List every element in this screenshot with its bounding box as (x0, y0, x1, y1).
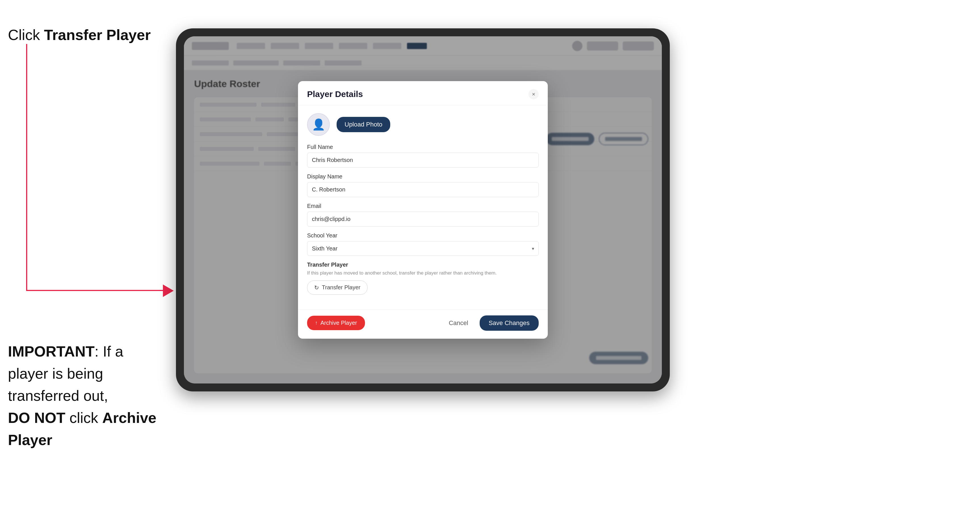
transfer-section-label: Transfer Player (307, 262, 539, 268)
footer-right: Cancel Save Changes (443, 316, 539, 331)
email-label: Email (307, 203, 539, 210)
do-not-label: DO NOT (8, 410, 65, 426)
instruction-top: Click Transfer Player (8, 25, 151, 45)
avatar-circle: 👤 (307, 113, 330, 136)
important-label: IMPORTANT (8, 343, 94, 360)
cancel-button[interactable]: Cancel (443, 316, 474, 331)
transfer-btn-label: Transfer Player (322, 284, 360, 291)
modal-header: Player Details × (298, 81, 548, 105)
annotation-arrow (163, 284, 174, 297)
annotation-horizontal-line (26, 290, 171, 291)
instruction-bold: Transfer Player (44, 27, 151, 43)
avatar-icon: 👤 (312, 118, 325, 131)
transfer-player-button[interactable]: ↻ Transfer Player (307, 281, 368, 295)
full-name-input[interactable] (307, 152, 539, 168)
avatar-section: 👤 Upload Photo (307, 113, 539, 136)
display-name-label: Display Name (307, 173, 539, 180)
full-name-group: Full Name (307, 144, 539, 168)
transfer-section-description: If this player has moved to another scho… (307, 270, 539, 276)
tablet-device: Update Roster (176, 29, 670, 391)
archive-player-button[interactable]: ↑ Archive Player (307, 316, 365, 330)
modal-footer: ↑ Archive Player Cancel Save Changes (298, 310, 548, 339)
instruction-click: click (65, 410, 102, 426)
transfer-icon: ↻ (314, 284, 319, 291)
modal-overlay: Player Details × 👤 Upload Photo Full Nam (184, 36, 662, 384)
tablet-screen: Update Roster (184, 36, 662, 384)
email-group: Email (307, 203, 539, 227)
full-name-label: Full Name (307, 144, 539, 150)
instruction-prefix: Click (8, 27, 44, 43)
school-year-select[interactable]: First Year Second Year Third Year Fourth… (307, 241, 539, 256)
archive-btn-label: Archive Player (320, 320, 357, 326)
display-name-input[interactable] (307, 182, 539, 197)
player-details-modal: Player Details × 👤 Upload Photo Full Nam (298, 81, 548, 339)
archive-icon: ↑ (315, 320, 318, 326)
modal-title: Player Details (307, 89, 363, 99)
display-name-group: Display Name (307, 173, 539, 197)
save-changes-button[interactable]: Save Changes (480, 316, 539, 331)
modal-body: 👤 Upload Photo Full Name Display Name (298, 105, 548, 310)
school-year-group: School Year First Year Second Year Third… (307, 232, 539, 256)
upload-photo-button[interactable]: Upload Photo (337, 117, 390, 132)
modal-close-button[interactable]: × (528, 89, 539, 99)
instruction-bottom: IMPORTANT: If a player is being transfer… (8, 340, 167, 451)
transfer-player-section: Transfer Player If this player has moved… (307, 262, 539, 295)
annotation-vertical-line (26, 44, 27, 291)
school-year-select-wrapper: First Year Second Year Third Year Fourth… (307, 241, 539, 256)
school-year-label: School Year (307, 232, 539, 239)
email-input[interactable] (307, 211, 539, 227)
